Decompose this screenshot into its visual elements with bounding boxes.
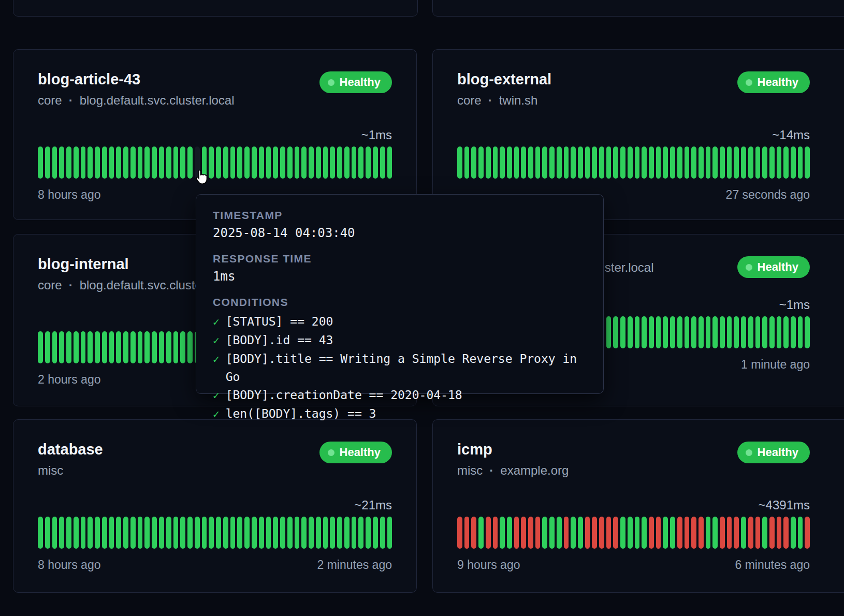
- uptime-bar[interactable]: [620, 146, 625, 179]
- uptime-bar[interactable]: [500, 146, 505, 179]
- uptime-bar[interactable]: [514, 517, 519, 549]
- uptime-bar[interactable]: [613, 146, 618, 179]
- uptime-bar[interactable]: [366, 517, 371, 549]
- uptime-bar[interactable]: [316, 517, 321, 549]
- uptime-bar[interactable]: [663, 517, 668, 549]
- uptime-bar[interactable]: [344, 146, 350, 179]
- uptime-bar[interactable]: [514, 146, 519, 179]
- uptime-bar[interactable]: [727, 146, 732, 179]
- uptime-bar[interactable]: [116, 146, 121, 179]
- uptime-bar[interactable]: [478, 517, 484, 549]
- uptime-bar[interactable]: [209, 146, 214, 179]
- uptime-bar[interactable]: [216, 146, 221, 179]
- uptime-bar[interactable]: [244, 146, 250, 179]
- uptime-bar[interactable]: [109, 517, 114, 549]
- uptime-bar[interactable]: [712, 517, 718, 549]
- uptime-bar[interactable]: [706, 316, 711, 348]
- uptime-bar[interactable]: [606, 316, 612, 348]
- uptime-bar[interactable]: [571, 146, 576, 179]
- uptime-bar[interactable]: [358, 146, 363, 179]
- uptime-bar[interactable]: [734, 146, 739, 179]
- uptime-bar[interactable]: [762, 146, 767, 179]
- uptime-bar[interactable]: [38, 331, 43, 363]
- uptime-bar[interactable]: [805, 517, 810, 549]
- uptime-bar[interactable]: [138, 517, 143, 549]
- uptime-bar[interactable]: [791, 146, 796, 179]
- uptime-bar[interactable]: [706, 146, 711, 179]
- uptime-bar[interactable]: [542, 517, 547, 549]
- uptime-bar[interactable]: [187, 146, 193, 179]
- uptime-bar[interactable]: [295, 146, 300, 179]
- uptime-bar[interactable]: [95, 331, 100, 363]
- uptime-bar[interactable]: [116, 331, 121, 363]
- uptime-bar[interactable]: [542, 146, 547, 179]
- uptime-bar[interactable]: [720, 517, 725, 549]
- uptime-bar[interactable]: [791, 316, 796, 348]
- uptime-bar[interactable]: [783, 517, 789, 549]
- uptime-bar[interactable]: [344, 517, 350, 549]
- uptime-bar[interactable]: [656, 146, 661, 179]
- uptime-bar[interactable]: [330, 517, 335, 549]
- uptime-bar[interactable]: [762, 517, 767, 549]
- uptime-bar[interactable]: [691, 316, 696, 348]
- uptime-bar[interactable]: [642, 517, 647, 549]
- uptime-bar[interactable]: [578, 517, 583, 549]
- uptime-bar[interactable]: [159, 517, 164, 549]
- uptime-bar[interactable]: [649, 316, 654, 348]
- uptime-bar[interactable]: [109, 331, 114, 363]
- uptime-bar[interactable]: [123, 146, 128, 179]
- uptime-bar[interactable]: [144, 517, 150, 549]
- uptime-bar[interactable]: [109, 146, 114, 179]
- uptime-bar[interactable]: [252, 146, 257, 179]
- uptime-bar[interactable]: [727, 316, 732, 348]
- uptime-bar[interactable]: [323, 146, 328, 179]
- uptime-bar[interactable]: [769, 146, 775, 179]
- uptime-bar[interactable]: [152, 146, 157, 179]
- uptime-bar[interactable]: [81, 331, 86, 363]
- uptime-bar[interactable]: [748, 146, 753, 179]
- uptime-bar[interactable]: [166, 146, 171, 179]
- uptime-bar[interactable]: [216, 517, 221, 549]
- uptime-bar[interactable]: [337, 146, 342, 179]
- uptime-bar[interactable]: [173, 146, 179, 179]
- uptime-bar[interactable]: [309, 146, 314, 179]
- uptime-bar[interactable]: [783, 316, 789, 348]
- uptime-bar[interactable]: [649, 517, 654, 549]
- uptime-bar[interactable]: [691, 146, 696, 179]
- uptime-bar[interactable]: [152, 331, 157, 363]
- uptime-bar[interactable]: [166, 331, 171, 363]
- uptime-bar[interactable]: [138, 146, 143, 179]
- uptime-bar[interactable]: [223, 146, 228, 179]
- uptime-bar[interactable]: [691, 517, 696, 549]
- uptime-bar[interactable]: [152, 517, 157, 549]
- uptime-bar[interactable]: [166, 517, 171, 549]
- uptime-bar[interactable]: [66, 331, 71, 363]
- uptime-bar[interactable]: [557, 146, 562, 179]
- uptime-bar[interactable]: [259, 517, 264, 549]
- uptime-bar[interactable]: [295, 517, 300, 549]
- uptime-bar[interactable]: [358, 517, 363, 549]
- service-card-database[interactable]: database misc Healthy ~21ms 8 hours ago …: [13, 419, 417, 593]
- uptime-bar[interactable]: [74, 517, 79, 549]
- uptime-bar[interactable]: [748, 316, 753, 348]
- uptime-bar[interactable]: [387, 146, 392, 179]
- uptime-bar[interactable]: [535, 517, 541, 549]
- uptime-bar[interactable]: [685, 517, 690, 549]
- uptime-bar[interactable]: [670, 517, 675, 549]
- uptime-bar[interactable]: [712, 316, 718, 348]
- uptime-bar[interactable]: [564, 517, 569, 549]
- uptime-bar[interactable]: [88, 146, 93, 179]
- uptime-bar[interactable]: [59, 331, 64, 363]
- uptime-bar[interactable]: [606, 146, 612, 179]
- uptime-bar[interactable]: [301, 146, 307, 179]
- uptime-bar[interactable]: [755, 316, 761, 348]
- uptime-bar[interactable]: [95, 146, 100, 179]
- uptime-bar[interactable]: [635, 517, 640, 549]
- uptime-bar[interactable]: [187, 517, 193, 549]
- uptime-bar[interactable]: [38, 517, 43, 549]
- uptime-bar[interactable]: [585, 517, 590, 549]
- uptime-bar[interactable]: [195, 146, 200, 179]
- uptime-bar[interactable]: [123, 331, 128, 363]
- uptime-bar[interactable]: [642, 146, 647, 179]
- uptime-bar[interactable]: [549, 146, 555, 179]
